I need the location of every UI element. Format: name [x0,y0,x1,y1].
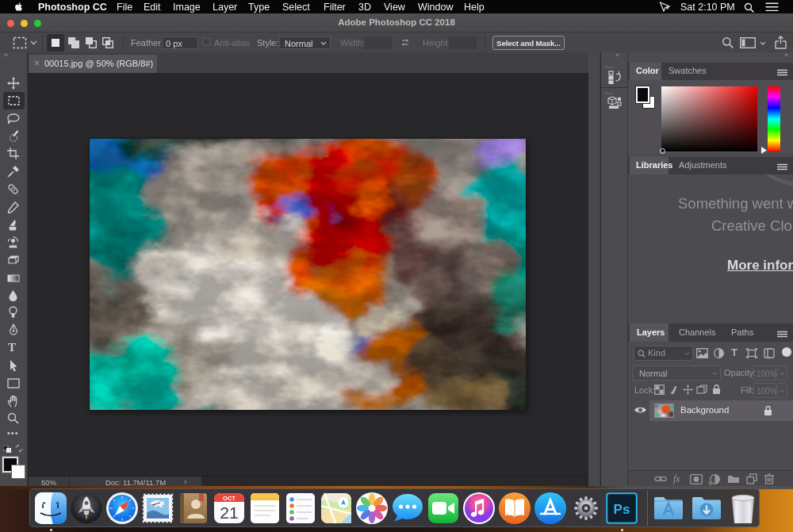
svg-text:OCT: OCT [223,495,236,502]
svg-text:Ps: Ps [614,502,630,517]
svg-text:21: 21 [220,503,238,522]
